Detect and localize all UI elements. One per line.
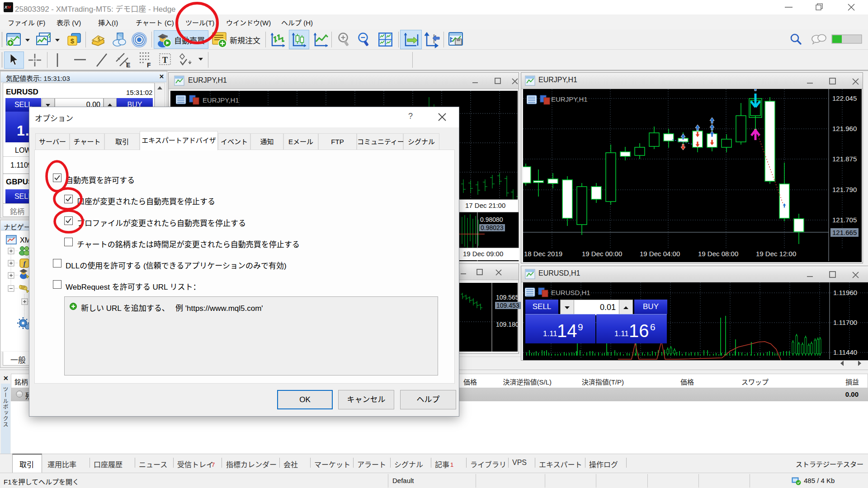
svg-text:F: F <box>147 61 151 69</box>
svg-text:1.11960: 1.11960 <box>833 289 857 296</box>
svg-text:121.665: 121.665 <box>832 229 857 236</box>
svg-text:19 Dec 08:00: 19 Dec 08:00 <box>698 250 738 258</box>
svg-text:121.705: 121.705 <box>832 216 857 224</box>
svg-text:19 Dec 12:00: 19 Dec 12:00 <box>756 250 796 258</box>
svg-text:19 Dec 04:00: 19 Dec 04:00 <box>640 250 680 258</box>
svg-text:1.11700: 1.11700 <box>833 319 857 326</box>
svg-text:T: T <box>162 56 168 65</box>
svg-text:19 Dec 00:00: 19 Dec 00:00 <box>582 250 622 258</box>
svg-text:121.960: 121.960 <box>832 125 857 132</box>
svg-text:5: 5 <box>98 37 100 42</box>
svg-text:18 Dec 2019: 18 Dec 2019 <box>524 250 562 258</box>
svg-text:1.11440: 1.11440 <box>833 348 857 356</box>
svg-text:122.045: 122.045 <box>832 94 857 102</box>
svg-text:E: E <box>126 61 130 69</box>
svg-text:121.875: 121.875 <box>832 155 857 163</box>
svg-text:$: $ <box>71 37 75 45</box>
svg-text:121.790: 121.790 <box>832 186 857 193</box>
